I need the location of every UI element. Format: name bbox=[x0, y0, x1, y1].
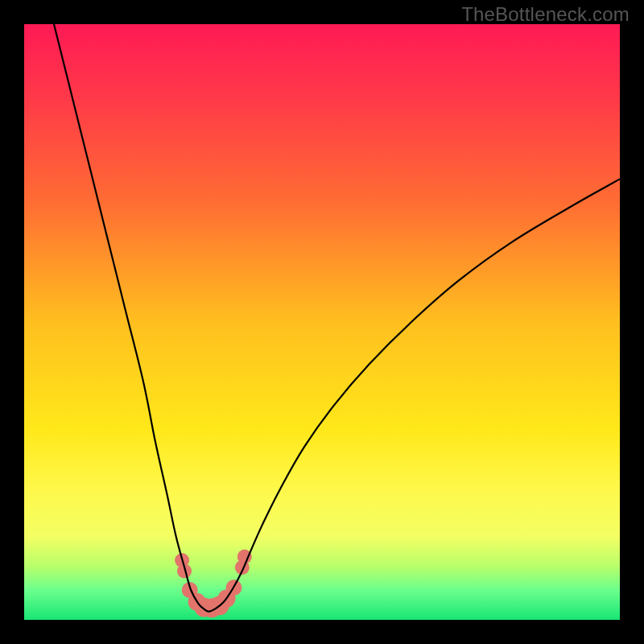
bottleneck-chart bbox=[0, 0, 644, 644]
plot-background bbox=[24, 24, 620, 620]
watermark-text: TheBottleneck.com bbox=[461, 3, 630, 26]
chart-frame: TheBottleneck.com bbox=[0, 0, 644, 644]
